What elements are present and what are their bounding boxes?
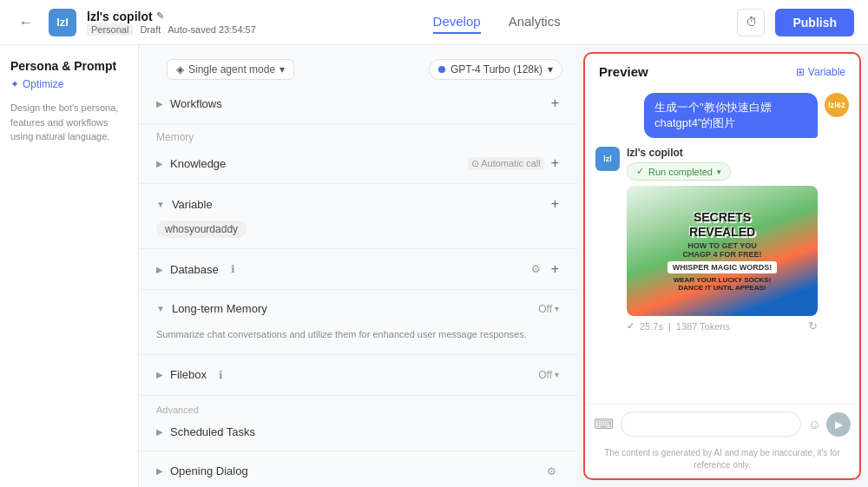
image-inner: SECRETSREVEALED HOW TO GET YOUCHAGP 4 FO…	[627, 186, 818, 316]
refresh-button[interactable]: ↻	[808, 319, 818, 332]
back-button[interactable]: ←	[14, 10, 38, 35]
message-meta: ✓ 25.7s | 1387 Tokens ↻	[627, 319, 818, 332]
mode-chevron: ▾	[279, 63, 285, 76]
nav-center: Develop Analytics	[266, 10, 727, 34]
nav-actions: ⏱ Publish	[737, 9, 854, 36]
advanced-label: Advanced	[139, 399, 576, 417]
database-settings-icon[interactable]: ⚙	[529, 261, 544, 277]
opening-label: Opening Dialog	[170, 464, 248, 477]
optimize-button[interactable]: ✦ Optimize	[10, 78, 128, 90]
run-completed-badge[interactable]: ✓ Run completed ▾	[627, 162, 731, 181]
workflows-label: Workflows	[170, 97, 222, 110]
knowledge-label: Knowledge	[170, 157, 226, 170]
meta-separator: |	[668, 321, 671, 332]
tokens-label: 1387 Tokens	[676, 321, 730, 332]
agent-icon: ◈	[176, 63, 184, 76]
bot-name: lzl's copilot ✎	[87, 10, 256, 23]
left-sidebar: Persona & Prompt ✦ Optimize Design the b…	[0, 45, 139, 487]
filebox-info-icon: ℹ	[214, 367, 229, 383]
generated-image: SECRETSREVEALED HOW TO GET YOUCHAGP 4 FO…	[627, 186, 818, 316]
user-message-bubble: 生成一个"教你快速白嫖chatgpt4"的图片	[644, 93, 818, 138]
user-avatar: lzl62	[825, 93, 849, 117]
search-icon: ⊙	[471, 158, 479, 168]
tab-develop[interactable]: Develop	[433, 10, 481, 34]
send-button[interactable]: ▶	[826, 412, 851, 437]
variable-collapse-icon[interactable]: ▼	[156, 200, 165, 209]
variable-label: Variable	[172, 198, 213, 211]
workflows-collapse-icon[interactable]: ▶	[156, 99, 163, 109]
back-icon: ←	[19, 15, 33, 30]
bot-avatar: lzl	[49, 9, 76, 36]
opening-settings-icon[interactable]: ⚙	[543, 464, 559, 479]
mode-selector[interactable]: ◈ Single agent mode ▾	[167, 59, 294, 80]
ltm-collapse-icon[interactable]: ▼	[156, 304, 165, 313]
variable-table-icon: ⊞	[796, 66, 805, 78]
knowledge-collapse-icon[interactable]: ▶	[156, 159, 163, 168]
knowledge-add-icon[interactable]: +	[551, 155, 559, 171]
workflows-add-icon[interactable]: +	[551, 95, 559, 111]
opening-dialog-section: ▶ Opening Dialog ⚙	[139, 455, 576, 488]
image-dance: DANCE IT UNTIL APPEAS!	[679, 284, 766, 292]
filebox-section: ▶ Filebox ℹ Off ▾	[139, 359, 576, 392]
database-add-icon[interactable]: +	[551, 261, 559, 277]
keyboard-icon[interactable]: ⌨	[594, 416, 614, 432]
image-whisper: WHISPER MAGIC WORDS!	[667, 261, 778, 273]
history-button[interactable]: ⏱	[737, 9, 765, 36]
preview-variable-button[interactable]: ⊞ Variable	[796, 66, 845, 78]
persona-desc: Design the bot's persona, features and w…	[10, 101, 128, 144]
ltm-toggle-chevron: ▾	[555, 304, 559, 313]
run-chevron-icon: ▾	[717, 168, 721, 176]
publish-button[interactable]: Publish	[775, 9, 854, 36]
nav-meta: Personal Draft Auto-saved 23:54:57	[87, 23, 256, 36]
middle-top-bar: ◈ Single agent mode ▾ GPT-4 Turbo (128k)…	[139, 52, 576, 87]
opening-collapse-icon[interactable]: ▶	[156, 466, 163, 476]
filebox-label: Filebox	[170, 368, 207, 381]
ltm-toggle[interactable]: Off ▾	[538, 303, 559, 315]
preview-panel: Preview ⊞ Variable lzl62 生成一个"教你快速白嫖chat…	[583, 52, 861, 480]
knowledge-badge: ⊙ Automatic call	[468, 157, 544, 170]
edit-icon[interactable]: ✎	[156, 10, 164, 22]
tab-analytics[interactable]: Analytics	[509, 10, 561, 34]
preview-title: Preview	[599, 64, 648, 79]
nav-title-area: lzl's copilot ✎ Personal Draft Auto-save…	[87, 10, 256, 36]
bot-message-row: lzl lzl's copilot ✓ Run completed ▾	[595, 147, 849, 332]
user-message-row: lzl62 生成一个"教你快速白嫖chatgpt4"的图片	[595, 93, 849, 138]
filebox-collapse-icon[interactable]: ▶	[156, 370, 163, 379]
ltm-desc: Summarize chat conversations and utilize…	[139, 324, 576, 351]
history-icon: ⏱	[746, 16, 757, 29]
long-term-memory-section: ▼ Long-term Memory Off ▾	[139, 293, 576, 324]
time-label: 25.7s	[640, 321, 663, 332]
filebox-toggle[interactable]: Off ▾	[538, 369, 559, 381]
database-info-icon: ℹ	[226, 261, 241, 277]
workflows-section: ▶ Workflows +	[139, 87, 576, 120]
knowledge-section: ▶ Knowledge ⊙ Automatic call +	[139, 147, 576, 180]
variable-chip: whosyourdaddy	[139, 220, 576, 245]
gpt-dot	[438, 66, 445, 73]
personal-badge: Personal	[87, 23, 133, 36]
database-collapse-icon[interactable]: ▶	[156, 265, 163, 274]
gpt-selector[interactable]: GPT-4 Turbo (128k) ▾	[429, 59, 562, 80]
database-label: Database	[170, 263, 219, 276]
image-overlay: SECRETSREVEALED HOW TO GET YOUCHAGP 4 FO…	[627, 186, 818, 316]
preview-footer: The content is generated by AI and may b…	[585, 444, 859, 478]
gpt-chevron: ▾	[548, 63, 553, 76]
preview-header: Preview ⊞ Variable	[585, 54, 859, 86]
persona-title: Persona & Prompt	[10, 59, 128, 73]
done-check-icon: ✓	[627, 320, 635, 332]
scheduled-collapse-icon[interactable]: ▶	[156, 427, 163, 437]
ltm-label: Long-term Memory	[172, 302, 267, 315]
scheduled-label: Scheduled Tasks	[170, 425, 255, 438]
send-icon: ▶	[835, 418, 843, 431]
preview-input-field[interactable]	[621, 411, 801, 437]
image-subtitle1: HOW TO GET YOUCHAGP 4 FOR FREE!	[683, 241, 762, 259]
filebox-chevron: ▾	[555, 370, 559, 379]
emoji-icon[interactable]: ☺	[808, 417, 821, 431]
user-bubble: 生成一个"教你快速白嫖chatgpt4"的图片	[644, 93, 818, 138]
draft-label: Draft	[140, 24, 161, 35]
autosave-label: Auto-saved 23:54:57	[168, 24, 256, 35]
bot-av-icon: lzl	[603, 155, 612, 163]
bot-avatar: lzl	[595, 147, 620, 171]
database-section: ▶ Database ℹ ⚙ +	[139, 253, 576, 286]
variable-add-icon[interactable]: +	[551, 196, 559, 212]
image-title: SECRETSREVEALED	[689, 210, 755, 240]
